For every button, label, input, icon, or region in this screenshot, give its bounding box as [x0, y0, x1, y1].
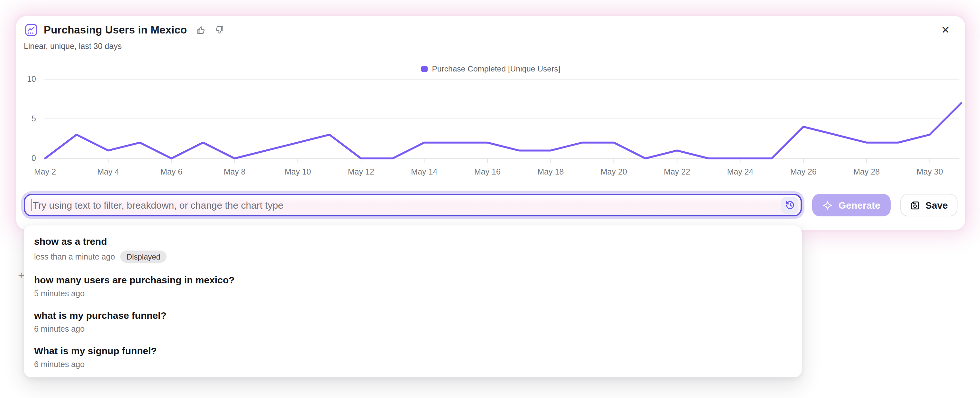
history-query: how many users are purchasing in mexico?: [34, 274, 792, 287]
history-dropdown: show as a trend less than a minute ago D…: [24, 225, 802, 377]
svg-text:May 28: May 28: [853, 167, 880, 176]
prompt-input-wrap: [24, 194, 802, 216]
add-plus-icon[interactable]: +: [18, 269, 24, 282]
svg-text:May 16: May 16: [474, 167, 501, 176]
svg-text:May 26: May 26: [790, 167, 817, 176]
line-chart-icon: [25, 24, 37, 36]
card-header: Purchasing Users in Mexico ✕ Linear, uni…: [16, 16, 965, 55]
svg-text:May 20: May 20: [601, 167, 627, 176]
svg-text:May 22: May 22: [664, 167, 690, 176]
history-time: 6 minutes ago: [34, 325, 84, 334]
thumbs-down-icon[interactable]: [215, 25, 224, 35]
text-caret: [32, 199, 32, 211]
close-icon[interactable]: ✕: [941, 25, 950, 35]
save-button[interactable]: Save: [900, 194, 958, 216]
svg-text:10: 10: [27, 74, 36, 83]
svg-text:5: 5: [32, 114, 36, 123]
thumbs-up-icon[interactable]: [196, 25, 205, 35]
history-query: what is my purchase funnel?: [34, 309, 792, 322]
save-icon: [910, 200, 920, 210]
svg-text:May 18: May 18: [537, 167, 564, 176]
legend-label: Purchase Completed [Unique Users]: [432, 64, 560, 74]
history-time: 6 minutes ago: [34, 360, 84, 369]
svg-text:May 12: May 12: [348, 167, 374, 176]
history-time: less than a minute ago: [34, 252, 115, 261]
generate-label: Generate: [838, 200, 880, 211]
history-button[interactable]: [781, 197, 798, 214]
history-item[interactable]: show as a trend less than a minute ago D…: [24, 229, 802, 268]
history-query: show as a trend: [34, 235, 792, 248]
svg-text:0: 0: [32, 153, 36, 163]
chart-legend: Purchase Completed [Unique Users]: [16, 64, 965, 74]
save-label: Save: [925, 200, 948, 211]
svg-text:May 30: May 30: [917, 167, 943, 176]
prompt-input[interactable]: [24, 194, 802, 216]
svg-text:May 8: May 8: [224, 167, 246, 176]
card-title: Purchasing Users in Mexico: [44, 24, 187, 36]
svg-text:May 24: May 24: [727, 167, 753, 176]
history-item[interactable]: What is my signup funnel? 6 minutes ago: [24, 339, 802, 374]
page: + Purchasing Users in Mexico: [0, 0, 980, 398]
svg-text:May 6: May 6: [161, 167, 182, 176]
svg-text:May 10: May 10: [285, 167, 311, 176]
history-time: 5 minutes ago: [34, 289, 84, 299]
displayed-badge: Displayed: [120, 251, 167, 263]
line-chart: 0510May 2May 4May 6May 8May 10May 12May …: [19, 74, 964, 185]
generate-button[interactable]: Generate: [812, 194, 891, 216]
history-item[interactable]: how many users are purchasing in mexico?…: [24, 268, 802, 304]
svg-text:May 4: May 4: [97, 167, 119, 176]
history-clock-icon: [784, 200, 795, 211]
svg-text:May 2: May 2: [34, 167, 56, 176]
history-query: What is my signup funnel?: [34, 345, 792, 358]
card-subtitle: Linear, unique, last 30 days: [24, 42, 121, 51]
chart-card: Purchasing Users in Mexico ✕ Linear, uni…: [16, 16, 965, 230]
history-item[interactable]: what is my purchase funnel? 6 minutes ag…: [24, 304, 802, 339]
sparkle-icon: [822, 200, 833, 210]
legend-swatch: [421, 66, 427, 72]
svg-text:May 14: May 14: [411, 167, 437, 176]
